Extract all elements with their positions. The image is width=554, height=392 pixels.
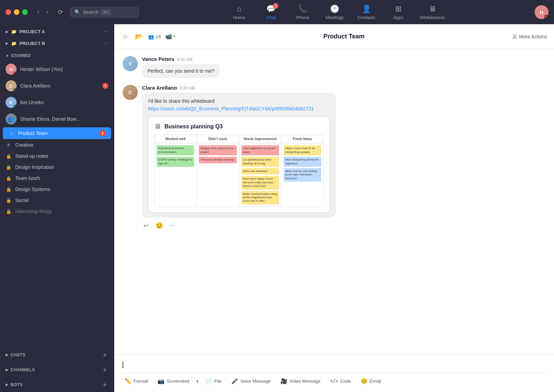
wb-column-headers: Worked well Didn't work Needs Improvemen… [154, 135, 323, 143]
code-button[interactable]: </> Code [327, 376, 354, 386]
wb-col-2: Multiple tools used to track project Tim… [197, 143, 239, 206]
tab-whiteboards[interactable]: 🖥 Whiteboards [420, 4, 445, 20]
close-button[interactable] [6, 9, 11, 15]
wb-col-3: Team alignment on launch dates UX specif… [239, 143, 282, 206]
sidebar-item-creative[interactable]: # Creative [0, 139, 114, 151]
messages-area[interactable]: V Vance Peters 9:20 AM Perfect, can you … [114, 49, 554, 354]
file-label: File [214, 379, 222, 384]
sticky-1-2: UX/PM weekly meetings for sign-off [157, 157, 194, 167]
whiteboard-card[interactable]: 🖥 Business planning Q3 Worked well Didn'… [148, 117, 330, 212]
starred-header[interactable]: ▼ STARRED [0, 51, 114, 61]
folder-b-icon: 📁 [11, 41, 17, 46]
folder-project-b[interactable]: ▶ 📁 PROJECT B ··· [0, 37, 114, 49]
more-message-actions-button[interactable]: ··· [169, 220, 177, 230]
tab-home[interactable]: ⌂ Home [229, 4, 249, 20]
sticky-3-5: Better communication using all the magni… [241, 191, 279, 204]
folder-b-more-icon[interactable]: ··· [104, 40, 108, 46]
starred-label: STARRED [11, 53, 31, 58]
status-dot-clara [14, 88, 17, 91]
screenshot-dropdown-button[interactable]: ▾ [196, 379, 199, 384]
search-bar[interactable]: 🔍 Search ⌘F [70, 7, 139, 18]
tab-phone[interactable]: 📞 Phone [292, 4, 313, 20]
sticky-3-3: More user feedback [241, 168, 279, 174]
lock-icon-social: 🔒 [6, 198, 12, 203]
voice-label: Voice Message [240, 379, 271, 384]
video-icon: 📹 [165, 33, 172, 40]
video-button[interactable]: 📹 ▾ [165, 33, 176, 40]
folder-more-icon[interactable]: ··· [104, 28, 108, 35]
channels-section-header[interactable]: ▶ CHANNELS ＋ [0, 362, 114, 377]
add-channel-button[interactable]: ＋ [101, 365, 108, 374]
file-icon: 📄 [205, 378, 212, 384]
sidebar-item-clara[interactable]: C Clara Arellano 1 [0, 78, 114, 94]
titlebar: ‹ › ⟳ 🔍 Search ⌘F ⌂ Home 💬 Chat 1 📞 Phon… [0, 0, 554, 24]
wb-col-1: Eng hand-off timeline documentation UX/P… [154, 143, 197, 206]
emoji-button[interactable]: 😊 Emoji [357, 376, 385, 386]
emoji-label: Emoji [370, 379, 381, 384]
user-avatar[interactable]: H [535, 5, 548, 19]
tab-meetings-label: Meetings [325, 15, 344, 20]
sidebar-item-design-inspo[interactable]: 🔒 Design Inspiration [0, 162, 114, 173]
sidebar-item-group[interactable]: 👥 Shante Elena, Daniel Bow... [0, 111, 114, 127]
sidebar-item-kei[interactable]: K Kei Umeko [0, 94, 114, 111]
whiteboard-icon: 🖥 [154, 122, 161, 130]
tab-chat[interactable]: 💬 Chat 1 [260, 4, 281, 20]
sidebar-item-social[interactable]: 🔒 Social [0, 195, 114, 206]
folder-button[interactable]: 📂 [134, 31, 144, 42]
time-vance: 9:20 AM [177, 57, 192, 62]
sidebar-item-design-sys[interactable]: 🔒 Design Systems [0, 184, 114, 195]
bots-section-header[interactable]: ▶ BOTS ＋ [0, 377, 114, 392]
whiteboard-link[interactable]: https://zoom.us/wb/Q2_Business_Planning/… [148, 106, 314, 111]
tab-contacts[interactable]: 👤 Contacts [356, 4, 377, 20]
voice-message-button[interactable]: 🎤 Voice Message [228, 376, 274, 386]
code-label: Code [340, 379, 351, 384]
folder-project-a[interactable]: ▶ 📁 PROJECT A ··· [0, 26, 114, 37]
screenshot-button[interactable]: 📷 Screenshot [154, 376, 193, 386]
star-button[interactable]: ☆ [121, 31, 129, 42]
members-button[interactable]: 👥 24 [148, 34, 161, 39]
add-bot-button[interactable]: ＋ [101, 380, 108, 389]
wb-col-1-header: Worked well [154, 135, 197, 143]
file-button[interactable]: 📄 File [202, 376, 225, 386]
reply-button[interactable]: ↩ [142, 220, 150, 231]
whiteboard-board: Worked well Didn't work Needs Improvemen… [154, 135, 324, 207]
sidebar-item-team-lunch[interactable]: 🔒 Team lunch [0, 173, 114, 184]
text-input[interactable] [121, 359, 547, 373]
minimize-button[interactable] [14, 9, 19, 15]
format-button[interactable]: ✏️ Format [121, 376, 151, 386]
tab-apps[interactable]: ⊞ Apps [388, 4, 409, 20]
history-button[interactable]: ⟳ [55, 7, 66, 17]
sidebar-item-group-label: Shante Elena, Daniel Bow... [20, 116, 80, 122]
video-message-button[interactable]: 🎥 Video Message [277, 376, 324, 386]
tab-meetings[interactable]: 🕐 Meetings [324, 4, 345, 20]
message-actions: ↩ 🙂 ··· [142, 218, 546, 232]
message-text-vance: Perfect, can you send it to me? [148, 68, 214, 74]
emoji-reaction-button[interactable]: 🙂 [154, 220, 164, 231]
chats-section-header[interactable]: ▶ CHATS ＋ [0, 347, 114, 362]
tab-chat-label: Chat [266, 15, 276, 20]
sidebar-item-hester[interactable]: H Hester Wilson (You) [0, 61, 114, 78]
wb-col-2-header: Didn't work [197, 135, 239, 143]
whiteboards-icon: 🖥 [429, 4, 436, 13]
chats-label: CHATS [11, 353, 26, 357]
tab-contacts-label: Contacts [358, 15, 375, 20]
back-button[interactable]: ‹ [35, 8, 42, 17]
message-content-vance: Vance Peters 9:20 AM Perfect, can you se… [142, 56, 546, 78]
channels-label: CHANNELS [11, 367, 35, 372]
status-dot-hester [14, 72, 17, 75]
chat-area: ☆ 📂 👥 24 📹 ▾ Product Team ☰ More Actions [114, 24, 554, 392]
unread-badge-product: 1 [99, 130, 106, 136]
sticky-3-2: UX specifications when handing off to en… [241, 157, 279, 167]
sidebar-item-product-team[interactable]: # Product Team 1 [3, 127, 111, 139]
sidebar-item-interesting[interactable]: 🔒 Interesting things [0, 206, 114, 217]
maximize-button[interactable] [22, 9, 28, 15]
hash-icon-product: # [8, 130, 15, 136]
sidebar-item-standup[interactable]: 🔒 Stand-up notes [0, 151, 114, 162]
chevron-right-icon-b: ▶ [6, 41, 8, 46]
forward-button[interactable]: › [43, 8, 51, 17]
more-actions-button[interactable]: ☰ More Actions [512, 34, 547, 39]
user-avatar-initials: H [540, 9, 544, 15]
add-chat-button[interactable]: ＋ [101, 350, 108, 359]
avatar-group: 👥 [6, 113, 17, 125]
microphone-icon: 🎤 [231, 378, 238, 384]
